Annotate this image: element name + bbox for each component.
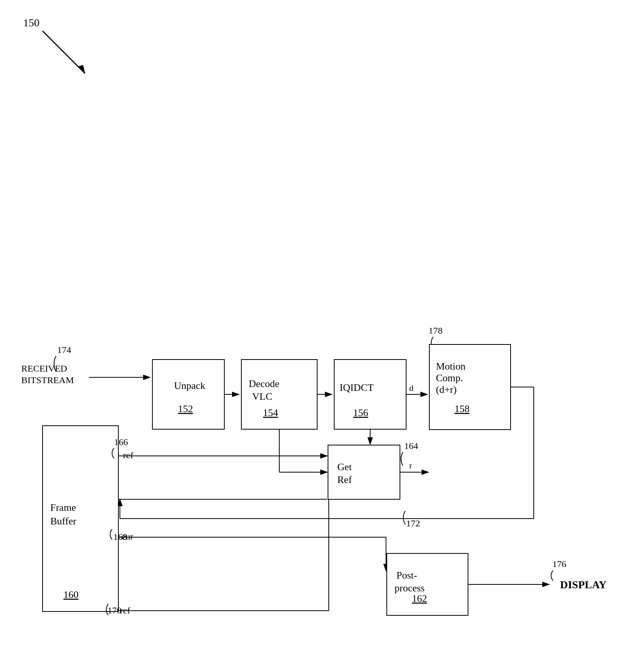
- received-bitstream-label2: BITSTREAM: [21, 375, 74, 385]
- figure-number: 150: [23, 17, 39, 29]
- diagram-container: 150 RECEIVED BITSTREAM 174 Unpack 152 De…: [0, 0, 644, 668]
- display-label: DISPLAY: [560, 579, 606, 591]
- label-166: 166: [114, 437, 128, 447]
- diagram-svg: 150 RECEIVED BITSTREAM 174 Unpack 152 De…: [0, 0, 644, 668]
- frame-buffer-number: 160: [63, 589, 79, 600]
- motion-comp-label: Motion: [436, 361, 466, 372]
- unpack-number: 152: [178, 403, 193, 415]
- unpack-block: [152, 360, 224, 429]
- received-bitstream-label: RECEIVED: [21, 363, 67, 373]
- frame-buffer-label: Frame: [50, 502, 76, 513]
- get-ref-label: Get: [337, 461, 352, 473]
- decode-vlc-label2: VLC: [252, 391, 272, 402]
- motion-comp-label2: Comp.: [436, 372, 463, 384]
- label-178: 178: [429, 325, 442, 336]
- d-label: d: [409, 383, 413, 393]
- motion-comp-label3: (d+r): [436, 384, 457, 395]
- motion-comp-number: 158: [454, 403, 470, 415]
- post-process-number: 162: [412, 593, 427, 604]
- ref-top-label: ref: [123, 450, 133, 460]
- iqidct-label: IQIDCT: [340, 382, 374, 393]
- cur-label: cur: [121, 531, 133, 541]
- frame-buffer-label2: Buffer: [50, 516, 77, 527]
- label-164: 164: [404, 441, 418, 451]
- decode-vlc-number: 154: [263, 407, 278, 418]
- label-176: 176: [552, 559, 566, 569]
- svg-marker-1: [77, 65, 85, 74]
- r-label: r: [409, 461, 412, 470]
- unpack-label: Unpack: [174, 380, 205, 391]
- get-ref-label2: Ref: [337, 474, 352, 485]
- iqidct-number: 156: [353, 407, 368, 418]
- decode-vlc-label: Decode: [249, 378, 279, 389]
- label-172: 172: [406, 518, 420, 528]
- iqidct-block: [334, 360, 406, 429]
- post-process-label: Post-: [396, 570, 417, 581]
- post-process-label2: process: [395, 582, 425, 594]
- label-174: 174: [57, 345, 71, 355]
